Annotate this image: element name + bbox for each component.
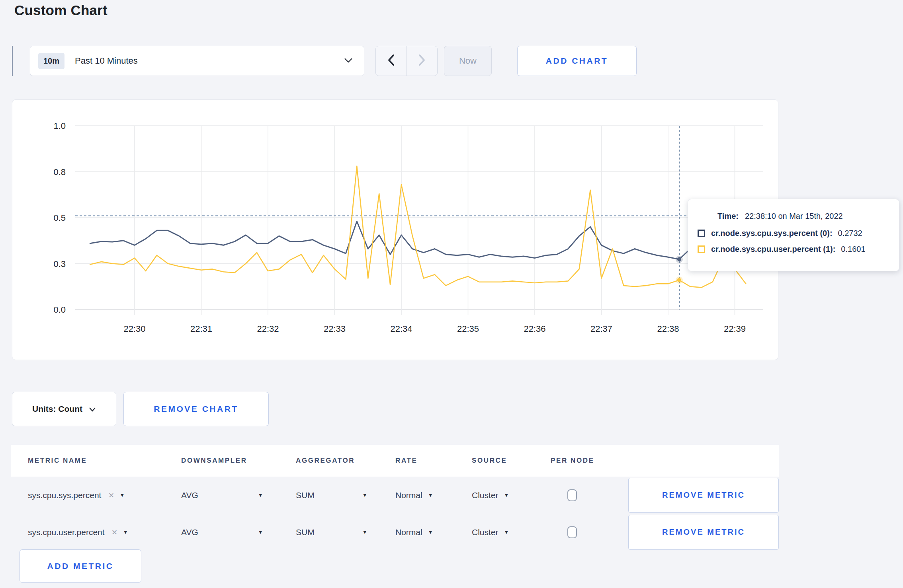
tooltip-series-row: cr.node.sys.cpu.user.percent (1): 0.1601 bbox=[698, 245, 889, 254]
downsampler-select[interactable]: AVG bbox=[181, 528, 198, 537]
tooltip-time: Time:22:38:10 on Mar 15th, 2022 bbox=[717, 212, 889, 221]
per-node-checkbox[interactable] bbox=[567, 489, 577, 501]
custom-chart-page: Custom Chart 10m Past 10 Minutes Now ADD… bbox=[0, 0, 903, 588]
y-axis-tick-label: 0.0 bbox=[53, 305, 66, 315]
metrics-table-header: METRIC NAME DOWNSAMPLER AGGREGATOR RATE … bbox=[11, 445, 779, 477]
caret-down-icon[interactable]: ▼ bbox=[258, 492, 263, 498]
caret-down-icon[interactable]: ▼ bbox=[362, 492, 367, 498]
metric-name-value[interactable]: sys.cpu.sys.percent bbox=[28, 491, 101, 500]
col-header-downsampler: DOWNSAMPLER bbox=[181, 457, 296, 465]
tooltip-series-label: cr.node.sys.cpu.user.percent (1): bbox=[711, 245, 835, 254]
x-axis-tick-label: 22:36 bbox=[524, 324, 545, 334]
caret-down-icon[interactable]: ▼ bbox=[428, 529, 433, 535]
remove-metric-button[interactable]: REMOVE METRIC bbox=[628, 478, 779, 513]
caret-down-icon[interactable]: ▼ bbox=[119, 492, 125, 498]
time-range-badge: 10m bbox=[38, 53, 64, 69]
units-select[interactable]: Units: Count bbox=[12, 392, 116, 426]
time-back-button[interactable] bbox=[376, 46, 407, 76]
caret-down-icon[interactable]: ▼ bbox=[123, 529, 128, 535]
remove-metric-button[interactable]: REMOVE METRIC bbox=[628, 515, 779, 550]
col-header-source: SOURCE bbox=[472, 457, 551, 465]
tooltip-time-label: Time: bbox=[717, 212, 739, 220]
x-axis-tick-label: 22:39 bbox=[724, 324, 746, 334]
time-range-select[interactable]: 10m Past 10 Minutes bbox=[30, 46, 364, 76]
series-swatch-user-icon bbox=[698, 245, 705, 253]
add-chart-button[interactable]: ADD CHART bbox=[517, 46, 637, 76]
toolbar-left-divider bbox=[12, 46, 13, 76]
time-forward-button[interactable] bbox=[407, 46, 438, 76]
metric-row: sys.cpu.sys.percent × ▼ AVG▼ SUM▼ Normal… bbox=[11, 477, 779, 514]
page-title: Custom Chart bbox=[14, 2, 108, 18]
metrics-table: METRIC NAME DOWNSAMPLER AGGREGATOR RATE … bbox=[11, 445, 779, 551]
time-nav-arrows bbox=[375, 46, 438, 76]
rate-select[interactable]: Normal bbox=[395, 491, 422, 500]
caret-down-icon[interactable]: ▼ bbox=[428, 492, 433, 498]
caret-down-icon[interactable]: ▼ bbox=[504, 529, 509, 535]
hover-point bbox=[677, 257, 681, 261]
x-axis-tick-label: 22:37 bbox=[590, 324, 612, 334]
y-axis-tick-label: 1.0 bbox=[53, 121, 66, 131]
series-line-user bbox=[90, 166, 746, 288]
x-axis-tick-label: 22:32 bbox=[257, 324, 279, 334]
downsampler-select[interactable]: AVG bbox=[181, 491, 198, 500]
chart-tooltip: Time:22:38:10 on Mar 15th, 2022 cr.node.… bbox=[688, 199, 899, 271]
series-line-sys bbox=[90, 221, 746, 259]
x-axis-tick-label: 22:34 bbox=[390, 324, 412, 334]
col-header-metric-name: METRIC NAME bbox=[28, 457, 181, 465]
caret-down-icon[interactable]: ▼ bbox=[504, 492, 509, 498]
hover-point bbox=[677, 278, 681, 282]
x-axis-tick-label: 22:30 bbox=[123, 324, 145, 334]
timeseries-chart[interactable]: 0.00.30.50.81.022:3022:3122:3222:3322:34… bbox=[12, 100, 778, 360]
aggregator-select[interactable]: SUM bbox=[296, 528, 315, 537]
col-header-per-node: PER NODE bbox=[551, 457, 628, 465]
clear-metric-icon[interactable]: × bbox=[108, 490, 114, 501]
time-range-label: Past 10 Minutes bbox=[75, 56, 344, 66]
x-axis-tick-label: 22:33 bbox=[324, 324, 346, 334]
source-select[interactable]: Cluster bbox=[472, 491, 498, 500]
y-axis-tick-label: 0.3 bbox=[53, 259, 66, 269]
units-label: Units: Count bbox=[32, 404, 82, 414]
chevron-right-icon bbox=[418, 55, 426, 67]
tooltip-series-value: 0.2732 bbox=[838, 229, 862, 238]
per-node-checkbox[interactable] bbox=[567, 526, 577, 538]
col-header-aggregator: AGGREGATOR bbox=[296, 457, 395, 465]
add-metric-button[interactable]: ADD METRIC bbox=[20, 549, 141, 583]
source-select[interactable]: Cluster bbox=[472, 528, 498, 537]
y-axis-tick-label: 0.8 bbox=[53, 167, 66, 177]
clear-metric-icon[interactable]: × bbox=[112, 527, 117, 538]
caret-down-icon[interactable]: ▼ bbox=[258, 529, 263, 535]
x-axis-tick-label: 22:38 bbox=[657, 324, 679, 334]
now-button[interactable]: Now bbox=[444, 46, 492, 76]
x-axis-tick-label: 22:31 bbox=[190, 324, 212, 334]
caret-down-icon[interactable]: ▼ bbox=[362, 529, 367, 535]
col-header-rate: RATE bbox=[395, 457, 472, 465]
tooltip-time-value: 22:38:10 on Mar 15th, 2022 bbox=[745, 212, 843, 220]
chevron-down-icon bbox=[89, 404, 96, 414]
rate-select[interactable]: Normal bbox=[395, 528, 422, 537]
tooltip-series-value: 0.1601 bbox=[841, 245, 865, 254]
remove-chart-button[interactable]: REMOVE CHART bbox=[123, 392, 269, 426]
series-swatch-sys-icon bbox=[698, 230, 705, 237]
chevron-left-icon bbox=[387, 55, 395, 67]
tooltip-series-row: cr.node.sys.cpu.sys.percent (0): 0.2732 bbox=[698, 229, 889, 238]
metric-name-value[interactable]: sys.cpu.user.percent bbox=[28, 528, 105, 537]
metric-row: sys.cpu.user.percent × ▼ AVG▼ SUM▼ Norma… bbox=[11, 514, 779, 551]
chart-card: 0.00.30.50.81.022:3022:3122:3222:3322:34… bbox=[12, 99, 778, 360]
tooltip-series-label: cr.node.sys.cpu.sys.percent (0): bbox=[711, 229, 833, 238]
aggregator-select[interactable]: SUM bbox=[296, 491, 315, 500]
chevron-down-icon bbox=[344, 57, 353, 64]
y-axis-tick-label: 0.5 bbox=[53, 213, 66, 223]
x-axis-tick-label: 22:35 bbox=[457, 324, 479, 334]
